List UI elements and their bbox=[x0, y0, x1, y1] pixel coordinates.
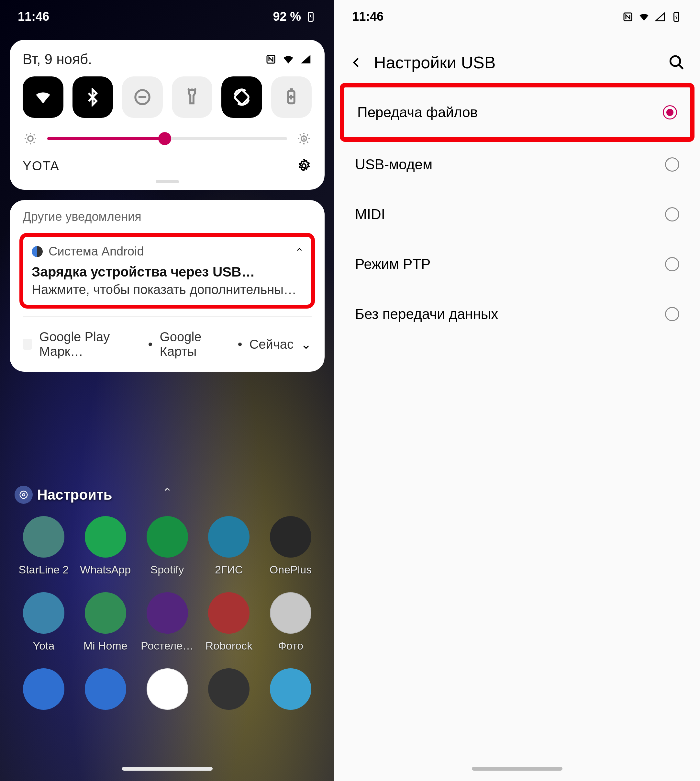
expand-icon[interactable]: ⌄ bbox=[301, 337, 312, 352]
usb-option[interactable]: USB-модем bbox=[342, 140, 692, 189]
radio-button[interactable] bbox=[665, 307, 679, 321]
signal-icon bbox=[654, 11, 666, 23]
app-icon bbox=[147, 516, 188, 557]
app-item[interactable] bbox=[200, 668, 258, 710]
app-item[interactable] bbox=[262, 668, 320, 710]
app-item[interactable] bbox=[77, 668, 135, 710]
app-icon bbox=[23, 516, 64, 557]
customize-button[interactable]: Настроить bbox=[15, 486, 112, 504]
status-bar-left: 11:46 92 % bbox=[0, 0, 334, 33]
group-time: Сейчас bbox=[249, 337, 293, 352]
qs-tile-autorotate[interactable] bbox=[222, 77, 262, 118]
brightness-auto-icon: A bbox=[296, 131, 312, 146]
app-item[interactable]: Yota bbox=[15, 592, 73, 652]
battery-charging-icon bbox=[670, 11, 682, 23]
qs-tile-dnd[interactable] bbox=[122, 77, 163, 118]
nav-pill[interactable] bbox=[122, 767, 213, 771]
nfc-icon bbox=[622, 11, 634, 23]
app-icon bbox=[270, 516, 311, 557]
divider bbox=[23, 316, 312, 317]
svg-point-13 bbox=[670, 56, 680, 66]
qs-drag-handle[interactable] bbox=[156, 180, 179, 183]
notifications-header: Другие уведомления bbox=[10, 210, 325, 230]
app-item[interactable]: Фото bbox=[262, 592, 320, 652]
usb-option[interactable]: Передача файлов bbox=[340, 83, 695, 142]
brightness-slider[interactable]: A bbox=[23, 131, 312, 146]
settings-gear-icon[interactable] bbox=[296, 158, 312, 174]
app-item[interactable]: StarLine 2 bbox=[15, 516, 73, 576]
android-system-icon bbox=[32, 246, 43, 257]
search-icon[interactable] bbox=[668, 54, 685, 71]
qs-tile-wifi[interactable] bbox=[23, 77, 63, 118]
status-time: 11:46 bbox=[352, 10, 383, 23]
radio-button[interactable] bbox=[665, 257, 679, 271]
dock bbox=[15, 668, 320, 710]
status-bar-right: 11:46 bbox=[334, 0, 700, 33]
carrier-label: YOTA bbox=[23, 159, 60, 173]
all-apps-caret-icon[interactable]: ⌃ bbox=[162, 486, 172, 499]
collapse-icon[interactable]: ⌃ bbox=[295, 246, 304, 259]
app-icon bbox=[147, 592, 188, 634]
qs-tile-flashlight[interactable] bbox=[172, 77, 213, 118]
group-app-b: Google Карты bbox=[160, 330, 231, 359]
home-screen: StarLine 2WhatsAppSpotify2ГИСOnePlus Yot… bbox=[0, 516, 334, 726]
app-label: 2ГИС bbox=[215, 563, 243, 576]
app-label: Yota bbox=[33, 639, 55, 652]
phone-left-notification-shade: 11:46 92 % Вт, 9 нояб. bbox=[0, 0, 334, 781]
app-icon bbox=[23, 668, 64, 710]
app-item[interactable]: Spotify bbox=[138, 516, 197, 576]
usb-options-list: Передача файловUSB-модемMIDIРежим PTPБез… bbox=[334, 85, 700, 339]
usb-option[interactable]: MIDI bbox=[342, 189, 692, 239]
app-item[interactable]: OnePlus bbox=[262, 516, 320, 576]
settings-header: Настройки USB bbox=[334, 33, 700, 85]
status-battery-pct: 92 % bbox=[273, 10, 301, 23]
svg-point-8 bbox=[302, 164, 306, 168]
option-label: Передача файлов bbox=[357, 104, 478, 120]
app-icon bbox=[208, 668, 250, 710]
radio-button[interactable] bbox=[665, 157, 679, 172]
app-icon bbox=[270, 592, 311, 634]
app-label: Roborock bbox=[205, 639, 252, 652]
app-icon bbox=[270, 668, 311, 710]
radio-button[interactable] bbox=[665, 207, 679, 222]
wifi-icon bbox=[283, 53, 294, 65]
option-label: USB-модем bbox=[355, 157, 432, 173]
option-label: MIDI bbox=[355, 206, 385, 222]
svg-point-5 bbox=[28, 136, 33, 141]
app-icon bbox=[85, 592, 126, 634]
notification-usb[interactable]: Система Android ⌃ Зарядка устройства чер… bbox=[19, 233, 315, 309]
app-item[interactable] bbox=[15, 668, 73, 710]
app-item[interactable] bbox=[138, 668, 197, 710]
app-item[interactable]: Roborock bbox=[200, 592, 258, 652]
app-icon bbox=[23, 592, 64, 634]
notification-group[interactable]: Google Play Марк… • Google Карты • Сейча… bbox=[10, 324, 325, 364]
group-icon bbox=[23, 339, 32, 350]
svg-text:A: A bbox=[302, 136, 305, 142]
usb-option[interactable]: Без передачи данных bbox=[342, 289, 692, 339]
app-item[interactable]: WhatsApp bbox=[77, 516, 135, 576]
nav-pill[interactable] bbox=[472, 767, 562, 771]
usb-option[interactable]: Режим PTP bbox=[342, 239, 692, 289]
app-item[interactable]: Ростеле… bbox=[138, 592, 197, 652]
radio-button[interactable] bbox=[663, 105, 677, 120]
brightness-thumb[interactable] bbox=[158, 132, 171, 145]
app-item[interactable]: Mi Home bbox=[77, 592, 135, 652]
notifications-panel: Другие уведомления Система Android ⌃ Зар… bbox=[10, 200, 325, 372]
quick-settings-panel: Вт, 9 нояб. A YO bbox=[10, 40, 325, 190]
back-icon[interactable] bbox=[349, 55, 363, 70]
app-label: WhatsApp bbox=[80, 563, 131, 576]
app-label: Ростеле… bbox=[141, 639, 193, 652]
nfc-icon bbox=[265, 53, 277, 65]
app-row-1: StarLine 2WhatsAppSpotify2ГИСOnePlus bbox=[15, 516, 320, 576]
brightness-low-icon bbox=[23, 131, 38, 146]
app-label: OnePlus bbox=[270, 563, 312, 576]
battery-charging-icon bbox=[305, 11, 317, 23]
qs-tile-battery-saver[interactable] bbox=[271, 77, 312, 118]
app-label: Фото bbox=[278, 639, 303, 652]
notification-title: Зарядка устройства через USB… bbox=[32, 264, 303, 280]
notification-body: Нажмите, чтобы показать дополнительны… bbox=[32, 282, 303, 297]
qs-date: Вт, 9 нояб. bbox=[23, 51, 92, 67]
app-item[interactable]: 2ГИС bbox=[200, 516, 258, 576]
app-icon bbox=[147, 668, 188, 710]
qs-tile-bluetooth[interactable] bbox=[72, 77, 113, 118]
